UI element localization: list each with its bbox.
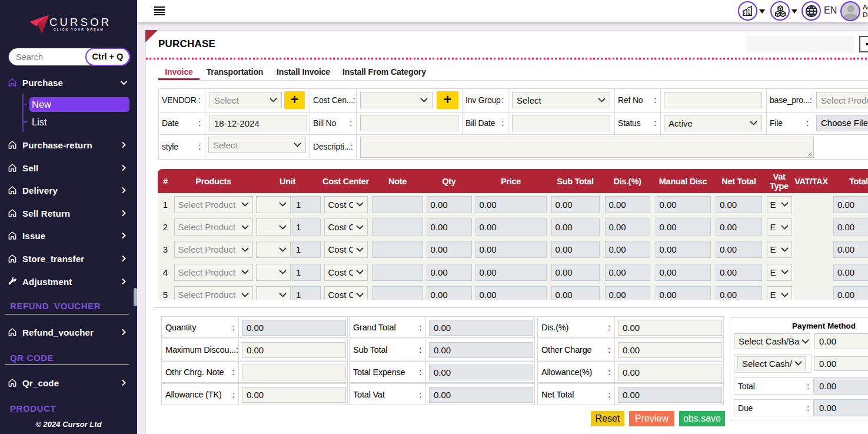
svg-text:CLICK YOUR DREAM: CLICK YOUR DREAM <box>54 28 104 31</box>
svg-text:CURSOR: CURSOR <box>49 16 111 28</box>
